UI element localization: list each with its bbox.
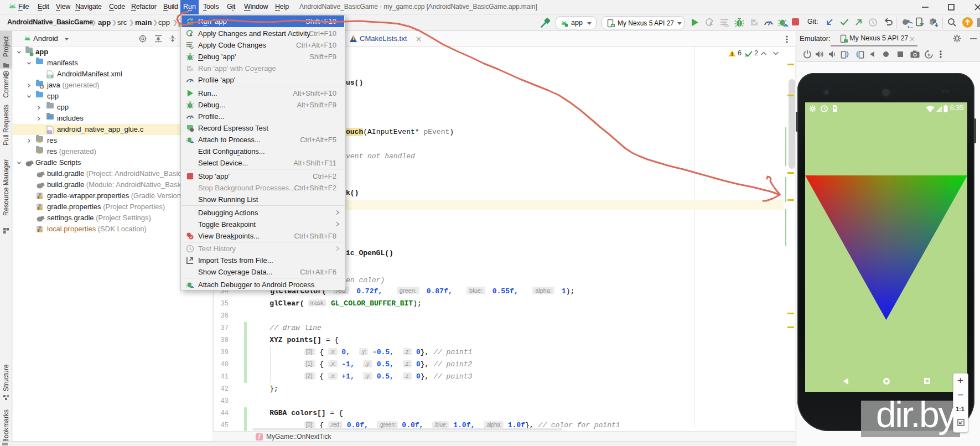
svg-text:↻: ↻ <box>927 53 931 57</box>
svg-text:A: A <box>190 33 193 37</box>
svg-text:A: A <box>709 21 713 26</box>
svg-text:MF: MF <box>48 75 52 78</box>
svg-text:C: C <box>49 131 51 134</box>
